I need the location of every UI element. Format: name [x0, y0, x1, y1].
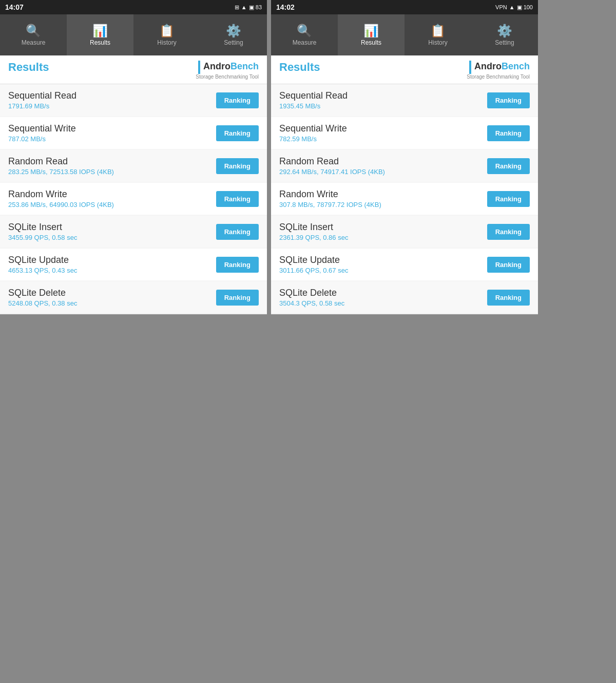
signal-icon-1: ⊞ — [235, 4, 239, 11]
bench-value: 5248.08 QPS, 0.38 sec — [8, 299, 77, 307]
ranking-button[interactable]: Ranking — [487, 191, 530, 207]
logo-main-2: AndroBench — [474, 61, 530, 71]
ranking-button[interactable]: Ranking — [216, 92, 259, 108]
ranking-button[interactable]: Ranking — [487, 92, 530, 108]
bench-info: SQLite Delete5248.08 QPS, 0.38 sec — [8, 288, 77, 307]
status-time-2: 14:02 — [276, 3, 295, 11]
bench-value: 3504.3 QPS, 0.58 sec — [279, 299, 344, 307]
ranking-button[interactable]: Ranking — [216, 224, 259, 240]
results-icon-2: 📊 — [363, 25, 379, 37]
bench-info: Random Write307.8 MB/s, 78797.72 IOPS (4… — [279, 189, 381, 208]
tab-results-1[interactable]: 📊 Results — [67, 14, 133, 55]
ranking-button[interactable]: Ranking — [487, 290, 530, 306]
status-bar-1: 14:07 ⊞ ▲ ▣ 83 — [0, 0, 267, 14]
ranking-button[interactable]: Ranking — [487, 158, 530, 174]
nav-tabs-2: 🔍 Measure 📊 Results 📋 History ⚙️ Setting — [271, 14, 538, 55]
logo-sub-2: Storage Benchmarking Tool — [467, 74, 530, 80]
wifi-icon-1: ▲ — [241, 4, 247, 10]
tab-history-label-1: History — [157, 39, 176, 46]
benchmark-row: SQLite Update4653.13 QPS, 0.43 secRankin… — [0, 249, 267, 280]
bench-name: Sequential Write — [8, 123, 76, 134]
tab-measure-2[interactable]: 🔍 Measure — [271, 14, 338, 55]
bench-name: SQLite Delete — [8, 288, 77, 298]
phone-2: 14:02 VPN ▲ ▣ 100 🔍 Measure 📊 Results 📋 … — [271, 0, 538, 314]
bench-info: Sequential Read1935.45 MB/s — [279, 90, 348, 110]
ranking-button[interactable]: Ranking — [216, 158, 259, 174]
tab-setting-1[interactable]: ⚙️ Setting — [200, 14, 267, 55]
bench-value: 782.59 MB/s — [279, 135, 347, 143]
tab-measure-label-2: Measure — [293, 39, 317, 46]
bench-value: 253.86 MB/s, 64990.03 IOPS (4KB) — [8, 201, 114, 208]
status-bar-2: 14:02 VPN ▲ ▣ 100 — [271, 0, 538, 14]
battery-icon-1: ▣ 83 — [249, 4, 262, 11]
history-icon-2: 📋 — [430, 25, 446, 37]
tab-results-label-2: Results — [361, 39, 381, 46]
androbench-logo-1: AndroBench Storage Benchmarking Tool — [196, 61, 259, 80]
tab-history-1[interactable]: 📋 History — [133, 14, 200, 55]
bench-info: SQLite Insert2361.39 QPS, 0.86 sec — [279, 222, 348, 241]
benchmark-list-2: Sequential Read1935.45 MB/sRankingSequen… — [271, 84, 538, 313]
ranking-button[interactable]: Ranking — [216, 191, 259, 207]
tab-results-2[interactable]: 📊 Results — [338, 14, 405, 55]
tab-setting-label-1: Setting — [224, 39, 243, 46]
content-1: Results AndroBench Storage Benchmarking … — [0, 55, 267, 313]
ranking-button[interactable]: Ranking — [216, 290, 259, 306]
bench-info: SQLite Update3011.66 QPS, 0.67 sec — [279, 255, 348, 274]
bench-value: 1791.69 MB/s — [8, 102, 76, 110]
bench-name: SQLite Delete — [279, 288, 344, 298]
benchmark-row: Sequential Read1791.69 MB/sRanking — [0, 84, 267, 116]
bench-info: SQLite Delete3504.3 QPS, 0.58 sec — [279, 288, 344, 307]
benchmark-list-1: Sequential Read1791.69 MB/sRankingSequen… — [0, 84, 267, 313]
status-icons-1: ⊞ ▲ ▣ 83 — [235, 4, 262, 11]
bench-info: SQLite Insert3455.99 QPS, 0.58 sec — [8, 222, 77, 241]
bench-value: 787.02 MB/s — [8, 135, 76, 143]
benchmark-row: SQLite Update3011.66 QPS, 0.67 secRankin… — [271, 249, 538, 280]
bench-info: Random Read292.64 MB/s, 74917.41 IOPS (4… — [279, 156, 385, 176]
bench-info: Random Write253.86 MB/s, 64990.03 IOPS (… — [8, 189, 114, 208]
ranking-button[interactable]: Ranking — [487, 125, 530, 141]
vpn-icon-2: VPN — [495, 4, 507, 10]
benchmark-row: Random Write253.86 MB/s, 64990.03 IOPS (… — [0, 183, 267, 215]
ranking-button[interactable]: Ranking — [487, 257, 530, 273]
measure-icon-2: 🔍 — [297, 25, 312, 37]
ranking-button[interactable]: Ranking — [216, 125, 259, 141]
logo-bench-2: Bench — [502, 61, 530, 71]
bench-name: SQLite Insert — [279, 222, 348, 233]
logo-andro-2: Andro — [474, 61, 502, 71]
setting-icon-2: ⚙️ — [497, 25, 512, 37]
status-time-1: 14:07 — [5, 3, 24, 11]
tab-measure-1[interactable]: 🔍 Measure — [0, 14, 67, 55]
tab-setting-2[interactable]: ⚙️ Setting — [471, 14, 538, 55]
content-header-1: Results AndroBench Storage Benchmarking … — [0, 55, 267, 84]
tab-history-label-2: History — [428, 39, 447, 46]
history-icon-1: 📋 — [159, 25, 175, 37]
bench-value: 292.64 MB/s, 74917.41 IOPS (4KB) — [279, 168, 385, 176]
bench-name: Sequential Write — [279, 123, 347, 134]
benchmark-row: SQLite Insert2361.39 QPS, 0.86 secRankin… — [271, 216, 538, 248]
bench-value: 4653.13 QPS, 0.43 sec — [8, 267, 77, 274]
logo-andro-1: Andro — [203, 61, 230, 71]
bench-info: Sequential Read1791.69 MB/s — [8, 90, 76, 110]
benchmark-row: Sequential Write782.59 MB/sRanking — [271, 117, 538, 149]
bench-name: SQLite Insert — [8, 222, 77, 233]
logo-bar-1 — [198, 61, 200, 74]
bench-value: 307.8 MB/s, 78797.72 IOPS (4KB) — [279, 201, 381, 208]
benchmark-row: SQLite Insert3455.99 QPS, 0.58 secRankin… — [0, 216, 267, 248]
content-2: Results AndroBench Storage Benchmarking … — [271, 55, 538, 313]
ranking-button[interactable]: Ranking — [216, 257, 259, 273]
logo-bar-2 — [469, 61, 471, 74]
benchmark-row: SQLite Delete5248.08 QPS, 0.38 secRankin… — [0, 281, 267, 313]
tab-history-2[interactable]: 📋 History — [405, 14, 471, 55]
battery-icon-2: ▣ 100 — [517, 4, 533, 11]
bench-name: Random Read — [279, 156, 385, 167]
bench-name: Random Write — [8, 189, 114, 200]
bench-value: 3455.99 QPS, 0.58 sec — [8, 234, 77, 241]
ranking-button[interactable]: Ranking — [487, 224, 530, 240]
content-header-2: Results AndroBench Storage Benchmarking … — [271, 55, 538, 84]
bench-value: 283.25 MB/s, 72513.58 IOPS (4KB) — [8, 168, 114, 176]
tab-measure-label-1: Measure — [22, 39, 46, 46]
benchmark-row: Random Read283.25 MB/s, 72513.58 IOPS (4… — [0, 150, 267, 182]
phone-1: 14:07 ⊞ ▲ ▣ 83 🔍 Measure 📊 Results 📋 His… — [0, 0, 267, 314]
androbench-logo-2: AndroBench Storage Benchmarking Tool — [467, 61, 530, 80]
bench-name: Sequential Read — [8, 90, 76, 101]
